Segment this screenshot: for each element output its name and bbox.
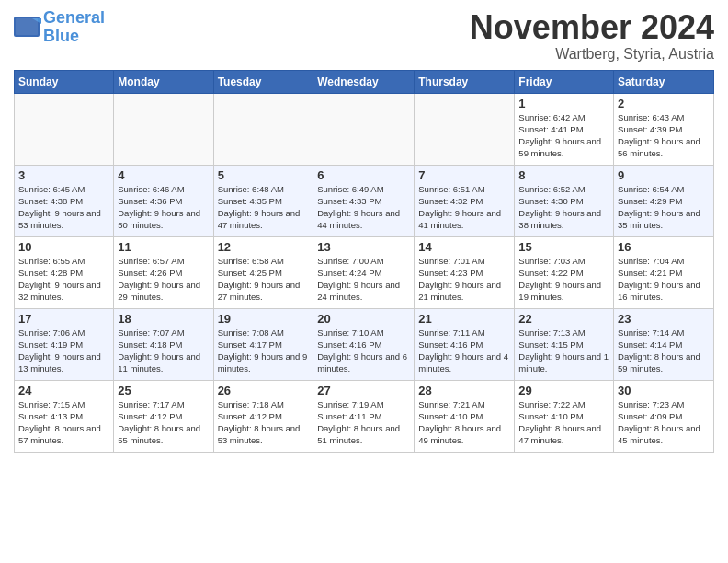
calendar-cell: 14Sunrise: 7:01 AM Sunset: 4:23 PM Dayli… xyxy=(415,236,515,308)
calendar-cell: 27Sunrise: 7:19 AM Sunset: 4:11 PM Dayli… xyxy=(313,380,415,452)
day-info: Sunrise: 7:17 AM Sunset: 4:12 PM Dayligh… xyxy=(118,398,209,447)
day-info: Sunrise: 7:18 AM Sunset: 4:12 PM Dayligh… xyxy=(218,398,310,447)
day-info: Sunrise: 7:10 AM Sunset: 4:16 PM Dayligh… xyxy=(317,327,410,375)
day-number: 14 xyxy=(418,240,510,254)
day-info: Sunrise: 7:04 AM Sunset: 4:21 PM Dayligh… xyxy=(618,255,710,304)
day-number: 25 xyxy=(118,384,209,397)
day-number: 23 xyxy=(618,312,710,326)
day-number: 20 xyxy=(317,312,410,326)
calendar-cell: 20Sunrise: 7:10 AM Sunset: 4:16 PM Dayli… xyxy=(313,308,415,380)
calendar-cell: 12Sunrise: 6:58 AM Sunset: 4:25 PM Dayli… xyxy=(213,236,313,308)
svg-rect-2 xyxy=(16,18,38,35)
day-info: Sunrise: 6:54 AM Sunset: 4:29 PM Dayligh… xyxy=(618,183,710,232)
day-info: Sunrise: 7:01 AM Sunset: 4:23 PM Dayligh… xyxy=(418,255,510,304)
day-info: Sunrise: 7:14 AM Sunset: 4:14 PM Dayligh… xyxy=(618,327,710,375)
day-info: Sunrise: 7:07 AM Sunset: 4:18 PM Dayligh… xyxy=(118,327,209,375)
calendar-cell: 22Sunrise: 7:13 AM Sunset: 4:15 PM Dayli… xyxy=(515,308,614,380)
logo-text: General Blue xyxy=(43,9,105,46)
day-info: Sunrise: 6:48 AM Sunset: 4:35 PM Dayligh… xyxy=(218,183,310,232)
calendar-cell: 15Sunrise: 7:03 AM Sunset: 4:22 PM Dayli… xyxy=(515,236,614,308)
day-info: Sunrise: 7:03 AM Sunset: 4:22 PM Dayligh… xyxy=(518,255,609,304)
calendar-cell xyxy=(213,93,313,165)
day-info: Sunrise: 6:51 AM Sunset: 4:32 PM Dayligh… xyxy=(418,183,510,232)
day-number: 30 xyxy=(618,384,710,397)
calendar-week-2: 10Sunrise: 6:55 AM Sunset: 4:28 PM Dayli… xyxy=(15,236,714,308)
day-info: Sunrise: 7:11 AM Sunset: 4:16 PM Dayligh… xyxy=(418,327,510,375)
calendar-cell: 21Sunrise: 7:11 AM Sunset: 4:16 PM Dayli… xyxy=(415,308,515,380)
col-friday: Friday xyxy=(515,70,614,93)
col-thursday: Thursday xyxy=(415,70,515,93)
day-number: 24 xyxy=(18,384,109,397)
calendar-cell: 24Sunrise: 7:15 AM Sunset: 4:13 PM Dayli… xyxy=(15,380,114,452)
day-number: 27 xyxy=(317,384,410,397)
calendar-cell: 3Sunrise: 6:45 AM Sunset: 4:38 PM Daylig… xyxy=(15,165,114,236)
calendar-cell: 28Sunrise: 7:21 AM Sunset: 4:10 PM Dayli… xyxy=(415,380,515,452)
day-info: Sunrise: 6:46 AM Sunset: 4:36 PM Dayligh… xyxy=(118,183,209,232)
col-sunday: Sunday xyxy=(15,70,114,93)
calendar-cell xyxy=(114,93,213,165)
calendar-cell: 30Sunrise: 7:23 AM Sunset: 4:09 PM Dayli… xyxy=(614,380,714,452)
calendar-cell xyxy=(313,93,415,165)
day-number: 2 xyxy=(618,97,710,110)
calendar-cell xyxy=(15,93,114,165)
calendar-cell: 26Sunrise: 7:18 AM Sunset: 4:12 PM Dayli… xyxy=(213,380,313,452)
day-number: 8 xyxy=(518,168,609,182)
day-info: Sunrise: 7:19 AM Sunset: 4:11 PM Dayligh… xyxy=(317,398,410,447)
calendar-week-0: 1Sunrise: 6:42 AM Sunset: 4:41 PM Daylig… xyxy=(15,93,714,165)
day-number: 1 xyxy=(518,97,609,110)
calendar-cell: 10Sunrise: 6:55 AM Sunset: 4:28 PM Dayli… xyxy=(15,236,114,308)
day-number: 26 xyxy=(218,384,310,397)
day-number: 28 xyxy=(418,384,510,397)
day-info: Sunrise: 6:52 AM Sunset: 4:30 PM Dayligh… xyxy=(518,183,609,232)
calendar-cell: 6Sunrise: 6:49 AM Sunset: 4:33 PM Daylig… xyxy=(313,165,415,236)
day-number: 3 xyxy=(18,168,109,182)
day-number: 29 xyxy=(518,384,609,397)
calendar-cell: 18Sunrise: 7:07 AM Sunset: 4:18 PM Dayli… xyxy=(114,308,213,380)
day-info: Sunrise: 7:13 AM Sunset: 4:15 PM Dayligh… xyxy=(518,327,609,375)
col-monday: Monday xyxy=(114,70,213,93)
day-number: 7 xyxy=(418,168,510,182)
calendar-week-1: 3Sunrise: 6:45 AM Sunset: 4:38 PM Daylig… xyxy=(15,165,714,236)
location: Wartberg, Styria, Austria xyxy=(470,46,714,63)
day-info: Sunrise: 6:45 AM Sunset: 4:38 PM Dayligh… xyxy=(18,183,109,232)
day-info: Sunrise: 6:49 AM Sunset: 4:33 PM Dayligh… xyxy=(317,183,410,232)
calendar-cell: 13Sunrise: 7:00 AM Sunset: 4:24 PM Dayli… xyxy=(313,236,415,308)
calendar-cell: 25Sunrise: 7:17 AM Sunset: 4:12 PM Dayli… xyxy=(114,380,213,452)
calendar-week-3: 17Sunrise: 7:06 AM Sunset: 4:19 PM Dayli… xyxy=(15,308,714,380)
calendar: Sunday Monday Tuesday Wednesday Thursday… xyxy=(14,70,714,453)
day-info: Sunrise: 7:00 AM Sunset: 4:24 PM Dayligh… xyxy=(317,255,410,304)
day-info: Sunrise: 6:58 AM Sunset: 4:25 PM Dayligh… xyxy=(218,255,310,304)
calendar-cell: 5Sunrise: 6:48 AM Sunset: 4:35 PM Daylig… xyxy=(213,165,313,236)
calendar-cell: 29Sunrise: 7:22 AM Sunset: 4:10 PM Dayli… xyxy=(515,380,614,452)
day-info: Sunrise: 6:42 AM Sunset: 4:41 PM Dayligh… xyxy=(518,111,609,160)
day-number: 6 xyxy=(317,168,410,182)
calendar-cell: 8Sunrise: 6:52 AM Sunset: 4:30 PM Daylig… xyxy=(515,165,614,236)
day-number: 17 xyxy=(18,312,109,326)
logo-line2: Blue xyxy=(43,27,79,45)
day-info: Sunrise: 7:06 AM Sunset: 4:19 PM Dayligh… xyxy=(18,327,109,375)
calendar-cell: 17Sunrise: 7:06 AM Sunset: 4:19 PM Dayli… xyxy=(15,308,114,380)
day-info: Sunrise: 7:08 AM Sunset: 4:17 PM Dayligh… xyxy=(218,327,310,375)
calendar-cell xyxy=(415,93,515,165)
day-number: 13 xyxy=(317,240,410,254)
day-number: 16 xyxy=(618,240,710,254)
day-number: 18 xyxy=(118,312,209,326)
day-number: 15 xyxy=(518,240,609,254)
calendar-cell: 23Sunrise: 7:14 AM Sunset: 4:14 PM Dayli… xyxy=(614,308,714,380)
day-number: 12 xyxy=(218,240,310,254)
calendar-cell: 1Sunrise: 6:42 AM Sunset: 4:41 PM Daylig… xyxy=(515,93,614,165)
calendar-week-4: 24Sunrise: 7:15 AM Sunset: 4:13 PM Dayli… xyxy=(15,380,714,452)
day-info: Sunrise: 7:22 AM Sunset: 4:10 PM Dayligh… xyxy=(518,398,609,447)
title-section: November 2024 Wartberg, Styria, Austria xyxy=(470,9,714,63)
day-number: 19 xyxy=(218,312,310,326)
calendar-cell: 4Sunrise: 6:46 AM Sunset: 4:36 PM Daylig… xyxy=(114,165,213,236)
day-info: Sunrise: 7:15 AM Sunset: 4:13 PM Dayligh… xyxy=(18,398,109,447)
day-info: Sunrise: 7:21 AM Sunset: 4:10 PM Dayligh… xyxy=(418,398,510,447)
calendar-cell: 16Sunrise: 7:04 AM Sunset: 4:21 PM Dayli… xyxy=(614,236,714,308)
logo-icon xyxy=(14,17,41,39)
calendar-cell: 19Sunrise: 7:08 AM Sunset: 4:17 PM Dayli… xyxy=(213,308,313,380)
logo: General Blue xyxy=(14,9,105,46)
day-number: 11 xyxy=(118,240,209,254)
calendar-cell: 11Sunrise: 6:57 AM Sunset: 4:26 PM Dayli… xyxy=(114,236,213,308)
month-title: November 2024 xyxy=(470,9,714,46)
